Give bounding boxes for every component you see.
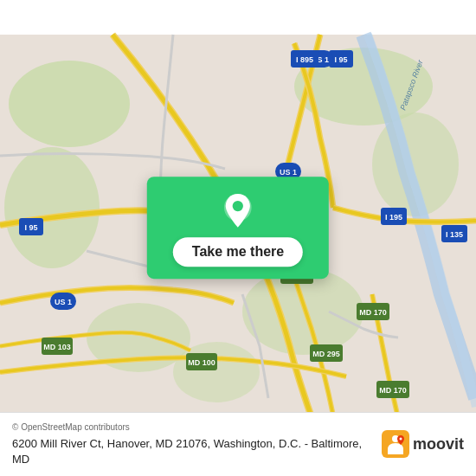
address-block: © OpenStreetMap contributors 6200 Mill R… (12, 421, 373, 467)
svg-text:US 1: US 1 (280, 168, 297, 177)
svg-text:I 135: I 135 (446, 230, 463, 239)
svg-point-7 (173, 342, 260, 402)
osm-credit: © OpenStreetMap contributors (12, 421, 373, 434)
address-text: 6200 Mill River Ct, Hanover, MD 21076, W… (12, 436, 373, 467)
button-overlay: Take me there (147, 177, 329, 279)
map-container: I 95 I 95 US 1 US 1 I 895 US 1 I 195 I 1… (0, 0, 476, 476)
take-me-there-button[interactable]: Take me there (173, 237, 303, 267)
svg-text:I 895: I 895 (296, 55, 313, 64)
svg-text:US 1: US 1 (55, 298, 72, 306)
svg-text:I 95: I 95 (334, 55, 347, 64)
action-card: Take me there (147, 177, 329, 279)
svg-point-2 (4, 147, 100, 268)
svg-text:MD 100: MD 100 (188, 358, 215, 367)
svg-text:I 95: I 95 (24, 223, 37, 232)
svg-point-42 (399, 438, 402, 441)
svg-point-38 (233, 201, 243, 211)
svg-text:MD 103: MD 103 (43, 343, 71, 351)
moovit-logo: moovit (382, 430, 464, 458)
moovit-icon (382, 430, 409, 458)
svg-text:MD 170: MD 170 (359, 308, 387, 317)
location-pin-icon (219, 192, 257, 230)
svg-point-1 (9, 61, 130, 147)
moovit-logo-text: moovit (413, 435, 464, 453)
svg-text:MD 170: MD 170 (379, 386, 407, 395)
bottom-bar: © OpenStreetMap contributors 6200 Mill R… (0, 412, 476, 476)
svg-text:MD 295: MD 295 (312, 350, 340, 358)
svg-text:I 195: I 195 (385, 213, 402, 222)
